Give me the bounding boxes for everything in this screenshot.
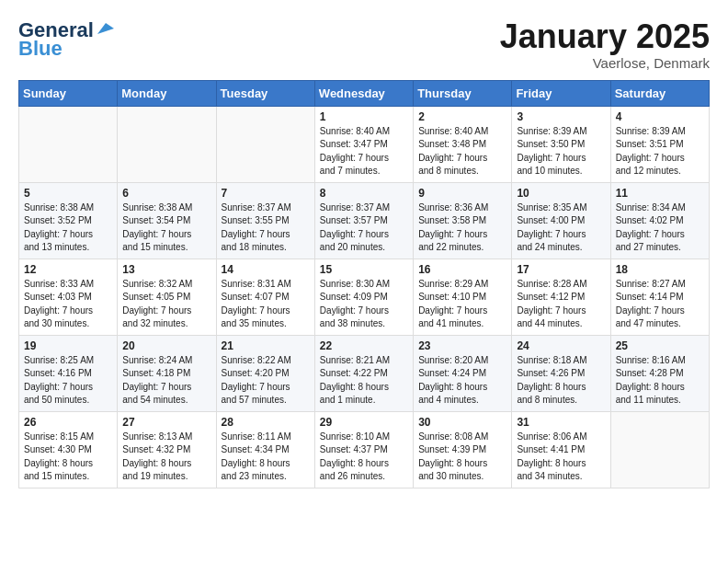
day-info: Sunrise: 8:25 AM Sunset: 4:16 PM Dayligh… [24, 354, 112, 408]
day-cell-30: 30Sunrise: 8:08 AM Sunset: 4:39 PM Dayli… [414, 411, 512, 488]
weekday-sunday: Sunday [19, 80, 118, 106]
day-info: Sunrise: 8:15 AM Sunset: 4:30 PM Dayligh… [24, 431, 112, 484]
day-number: 6 [122, 187, 210, 200]
day-info: Sunrise: 8:11 AM Sunset: 4:34 PM Dayligh… [222, 431, 310, 484]
week-row-3: 12Sunrise: 8:33 AM Sunset: 4:03 PM Dayli… [19, 259, 710, 335]
day-number: 21 [222, 339, 310, 352]
day-info: Sunrise: 8:08 AM Sunset: 4:39 PM Dayligh… [418, 431, 506, 484]
day-number: 16 [418, 263, 506, 276]
day-info: Sunrise: 8:10 AM Sunset: 4:37 PM Dayligh… [320, 431, 408, 484]
day-info: Sunrise: 8:33 AM Sunset: 4:03 PM Dayligh… [24, 278, 112, 331]
day-number: 30 [418, 416, 506, 429]
week-row-1: 1Sunrise: 8:40 AM Sunset: 3:47 PM Daylig… [19, 106, 710, 182]
day-number: 1 [320, 110, 408, 123]
day-cell-2: 2Sunrise: 8:40 AM Sunset: 3:48 PM Daylig… [414, 106, 512, 182]
svg-marker-0 [97, 23, 114, 34]
day-number: 17 [517, 263, 605, 276]
day-number: 24 [517, 339, 605, 352]
weekday-saturday: Saturday [610, 80, 709, 106]
day-cell-29: 29Sunrise: 8:10 AM Sunset: 4:37 PM Dayli… [314, 411, 413, 488]
day-number: 7 [222, 187, 310, 200]
day-cell-9: 9Sunrise: 8:36 AM Sunset: 3:58 PM Daylig… [414, 182, 512, 259]
week-row-5: 26Sunrise: 8:15 AM Sunset: 4:30 PM Dayli… [19, 411, 710, 488]
day-info: Sunrise: 8:40 AM Sunset: 3:47 PM Dayligh… [320, 125, 408, 178]
day-info: Sunrise: 8:30 AM Sunset: 4:09 PM Dayligh… [320, 278, 408, 331]
day-number: 25 [616, 339, 704, 352]
day-cell-20: 20Sunrise: 8:24 AM Sunset: 4:18 PM Dayli… [118, 335, 216, 411]
day-number: 10 [517, 187, 605, 200]
day-number: 27 [122, 416, 210, 429]
day-info: Sunrise: 8:32 AM Sunset: 4:05 PM Dayligh… [122, 278, 210, 331]
day-info: Sunrise: 8:39 AM Sunset: 3:50 PM Dayligh… [517, 125, 605, 178]
day-number: 3 [517, 110, 605, 123]
weekday-thursday: Thursday [414, 80, 512, 106]
empty-cell [610, 411, 709, 488]
day-cell-7: 7Sunrise: 8:37 AM Sunset: 3:55 PM Daylig… [216, 182, 314, 259]
day-cell-28: 28Sunrise: 8:11 AM Sunset: 4:34 PM Dayli… [216, 411, 314, 488]
day-number: 20 [122, 339, 210, 352]
day-cell-1: 1Sunrise: 8:40 AM Sunset: 3:47 PM Daylig… [314, 106, 413, 182]
day-info: Sunrise: 8:24 AM Sunset: 4:18 PM Dayligh… [122, 354, 210, 408]
day-info: Sunrise: 8:31 AM Sunset: 4:07 PM Dayligh… [222, 278, 310, 331]
calendar-table: SundayMondayTuesdayWednesdayThursdayFrid… [18, 80, 710, 488]
day-cell-10: 10Sunrise: 8:35 AM Sunset: 4:00 PM Dayli… [512, 182, 610, 259]
day-info: Sunrise: 8:38 AM Sunset: 3:52 PM Dayligh… [24, 201, 112, 255]
day-info: Sunrise: 8:20 AM Sunset: 4:24 PM Dayligh… [418, 354, 506, 408]
day-number: 28 [222, 416, 310, 429]
empty-cell [19, 106, 118, 182]
day-cell-3: 3Sunrise: 8:39 AM Sunset: 3:50 PM Daylig… [512, 106, 610, 182]
day-number: 18 [616, 263, 704, 276]
page-header: General Blue January 2025 Vaerlose, Denm… [18, 18, 710, 71]
weekday-header-row: SundayMondayTuesdayWednesdayThursdayFrid… [19, 80, 710, 106]
day-cell-23: 23Sunrise: 8:20 AM Sunset: 4:24 PM Dayli… [414, 335, 512, 411]
day-cell-18: 18Sunrise: 8:27 AM Sunset: 4:14 PM Dayli… [610, 259, 709, 335]
day-number: 13 [122, 263, 210, 276]
day-cell-21: 21Sunrise: 8:22 AM Sunset: 4:20 PM Dayli… [216, 335, 314, 411]
day-cell-17: 17Sunrise: 8:28 AM Sunset: 4:12 PM Dayli… [512, 259, 610, 335]
day-info: Sunrise: 8:40 AM Sunset: 3:48 PM Dayligh… [418, 125, 506, 178]
day-info: Sunrise: 8:13 AM Sunset: 4:32 PM Dayligh… [122, 431, 210, 484]
day-number: 14 [222, 263, 310, 276]
weekday-wednesday: Wednesday [314, 80, 413, 106]
day-number: 22 [320, 339, 408, 352]
weekday-friday: Friday [512, 80, 610, 106]
day-cell-6: 6Sunrise: 8:38 AM Sunset: 3:54 PM Daylig… [118, 182, 216, 259]
day-info: Sunrise: 8:37 AM Sunset: 3:55 PM Dayligh… [222, 201, 310, 255]
day-cell-31: 31Sunrise: 8:06 AM Sunset: 4:41 PM Dayli… [512, 411, 610, 488]
day-cell-22: 22Sunrise: 8:21 AM Sunset: 4:22 PM Dayli… [314, 335, 413, 411]
day-cell-24: 24Sunrise: 8:18 AM Sunset: 4:26 PM Dayli… [512, 335, 610, 411]
day-number: 19 [24, 339, 112, 352]
day-info: Sunrise: 8:35 AM Sunset: 4:00 PM Dayligh… [517, 201, 605, 255]
day-number: 11 [616, 187, 704, 200]
day-info: Sunrise: 8:16 AM Sunset: 4:28 PM Dayligh… [616, 354, 704, 408]
day-cell-13: 13Sunrise: 8:32 AM Sunset: 4:05 PM Dayli… [118, 259, 216, 335]
month-title: January 2025 [500, 18, 710, 55]
location: Vaerlose, Denmark [500, 55, 710, 71]
day-cell-12: 12Sunrise: 8:33 AM Sunset: 4:03 PM Dayli… [19, 259, 118, 335]
day-number: 26 [24, 416, 112, 429]
logo: General Blue [18, 18, 116, 61]
week-row-4: 19Sunrise: 8:25 AM Sunset: 4:16 PM Dayli… [19, 335, 710, 411]
logo-icon [96, 21, 116, 36]
day-info: Sunrise: 8:27 AM Sunset: 4:14 PM Dayligh… [616, 278, 704, 331]
title-block: January 2025 Vaerlose, Denmark [500, 18, 710, 71]
weekday-monday: Monday [118, 80, 216, 106]
day-number: 8 [320, 187, 408, 200]
day-cell-8: 8Sunrise: 8:37 AM Sunset: 3:57 PM Daylig… [314, 182, 413, 259]
day-number: 5 [24, 187, 112, 200]
day-info: Sunrise: 8:36 AM Sunset: 3:58 PM Dayligh… [418, 201, 506, 255]
day-info: Sunrise: 8:06 AM Sunset: 4:41 PM Dayligh… [517, 431, 605, 484]
day-info: Sunrise: 8:37 AM Sunset: 3:57 PM Dayligh… [320, 201, 408, 255]
day-number: 12 [24, 263, 112, 276]
week-row-2: 5Sunrise: 8:38 AM Sunset: 3:52 PM Daylig… [19, 182, 710, 259]
day-number: 31 [517, 416, 605, 429]
day-info: Sunrise: 8:21 AM Sunset: 4:22 PM Dayligh… [320, 354, 408, 408]
day-cell-5: 5Sunrise: 8:38 AM Sunset: 3:52 PM Daylig… [19, 182, 118, 259]
day-cell-4: 4Sunrise: 8:39 AM Sunset: 3:51 PM Daylig… [610, 106, 709, 182]
day-info: Sunrise: 8:29 AM Sunset: 4:10 PM Dayligh… [418, 278, 506, 331]
day-cell-25: 25Sunrise: 8:16 AM Sunset: 4:28 PM Dayli… [610, 335, 709, 411]
day-info: Sunrise: 8:28 AM Sunset: 4:12 PM Dayligh… [517, 278, 605, 331]
day-cell-26: 26Sunrise: 8:15 AM Sunset: 4:30 PM Dayli… [19, 411, 118, 488]
empty-cell [118, 106, 216, 182]
logo-blue-text: Blue [18, 37, 63, 61]
